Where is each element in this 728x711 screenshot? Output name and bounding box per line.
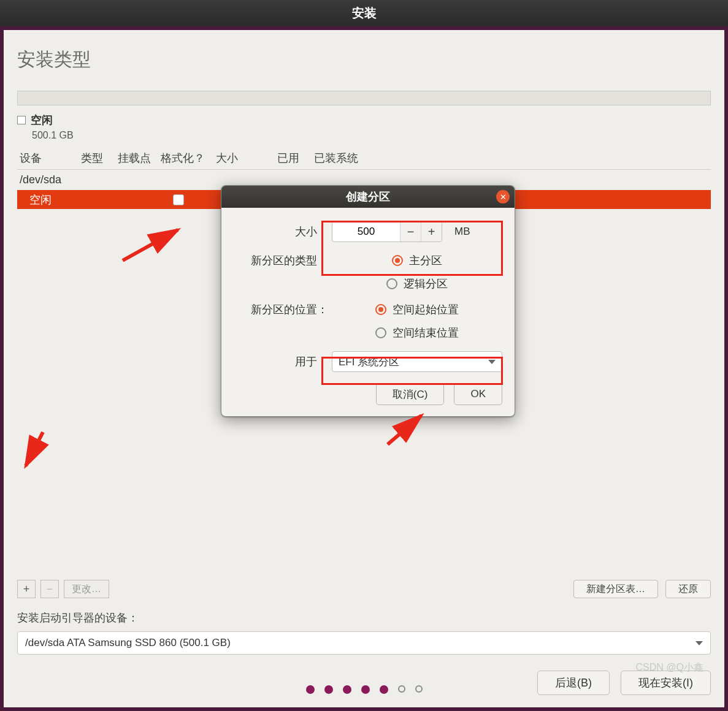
progress-dots bbox=[306, 685, 423, 694]
cell-device: /dev/sda bbox=[20, 173, 81, 186]
type-label: 新分区的类型： bbox=[234, 253, 332, 268]
size-spinner: − + bbox=[332, 221, 442, 242]
format-checkbox[interactable] bbox=[173, 194, 184, 205]
dot-2 bbox=[324, 685, 333, 694]
legend-label: 空闲 bbox=[31, 113, 53, 127]
col-device[interactable]: 设备 bbox=[20, 151, 81, 165]
legend-swatch bbox=[17, 116, 26, 124]
partition-toolbar: + − 更改… 新建分区表… 还原 bbox=[17, 580, 711, 598]
dot-7 bbox=[415, 685, 423, 693]
revert-button[interactable]: 还原 bbox=[665, 580, 711, 598]
use-label: 用于： bbox=[234, 354, 332, 369]
dot-1 bbox=[306, 685, 315, 694]
bootloader-label: 安装启动引导器的设备： bbox=[17, 610, 711, 625]
back-button[interactable]: 后退(B) bbox=[537, 671, 610, 695]
field-size: 大小： − + MB bbox=[234, 221, 502, 242]
bootloader-value: /dev/sda ATA Samsung SSD 860 (500.1 GB) bbox=[25, 637, 231, 649]
dialog-titlebar[interactable]: 创建分区 ✕ bbox=[221, 186, 515, 208]
page-title: 安装类型 bbox=[17, 47, 711, 72]
size-label: 大小： bbox=[234, 224, 332, 239]
dialog-footer: 取消(C) OK bbox=[234, 383, 502, 405]
size-unit: MB bbox=[448, 226, 477, 238]
dialog-body: 大小： − + MB 新分区的类型： 主分区 逻辑分区 bbox=[221, 208, 515, 416]
radio-end-label: 空间结束位置 bbox=[393, 325, 459, 340]
radio-primary-label: 主分区 bbox=[409, 253, 442, 268]
new-partition-table-button[interactable]: 新建分区表… bbox=[573, 580, 658, 598]
chevron-down-icon bbox=[488, 360, 496, 364]
col-used[interactable]: 已用 bbox=[277, 151, 314, 165]
field-use-as: 用于： EFI 系统分区 bbox=[234, 351, 502, 372]
legend-size: 500.1 GB bbox=[32, 130, 711, 141]
col-mount[interactable]: 挂载点 bbox=[118, 151, 161, 165]
watermark: CSDN @Q小鑫 bbox=[636, 661, 703, 674]
col-type[interactable]: 类型 bbox=[81, 151, 118, 165]
col-format[interactable]: 格式化？ bbox=[161, 151, 216, 165]
partition-table-header: 设备 类型 挂载点 格式化？ 大小 已用 已装系统 bbox=[17, 147, 711, 170]
size-increment-button[interactable]: + bbox=[421, 221, 442, 242]
radio-icon bbox=[392, 255, 403, 266]
close-icon[interactable]: ✕ bbox=[496, 190, 510, 203]
col-size[interactable]: 大小 bbox=[216, 151, 277, 165]
use-as-value: EFI 系统分区 bbox=[339, 355, 399, 369]
size-input[interactable] bbox=[332, 226, 400, 238]
size-decrement-button[interactable]: − bbox=[400, 221, 421, 242]
field-partition-type: 新分区的类型： 主分区 逻辑分区 bbox=[234, 253, 502, 291]
radio-logical[interactable]: 逻辑分区 bbox=[386, 276, 448, 291]
legend-row: 空闲 bbox=[17, 113, 711, 127]
radio-begin-label: 空间起始位置 bbox=[393, 302, 459, 317]
bootloader-select[interactable]: /dev/sda ATA Samsung SSD 860 (500.1 GB) bbox=[17, 631, 711, 655]
radio-icon bbox=[375, 327, 386, 338]
col-system[interactable]: 已装系统 bbox=[314, 151, 708, 165]
dialog-title: 创建分区 bbox=[346, 189, 390, 204]
disk-usage-bar bbox=[17, 91, 711, 105]
dot-5 bbox=[380, 685, 388, 694]
radio-logical-label: 逻辑分区 bbox=[404, 276, 448, 291]
disk-usage-fill bbox=[18, 91, 710, 105]
window-titlebar: 安装 bbox=[0, 0, 728, 26]
radio-primary[interactable]: 主分区 bbox=[392, 253, 442, 268]
field-location: 新分区的位置： 空间起始位置 空间结束位置 bbox=[234, 302, 502, 340]
radio-icon bbox=[386, 278, 397, 289]
change-partition-button[interactable]: 更改… bbox=[64, 580, 109, 598]
location-label: 新分区的位置： bbox=[234, 302, 332, 317]
dot-3 bbox=[343, 685, 351, 694]
use-as-select[interactable]: EFI 系统分区 bbox=[332, 351, 502, 372]
create-partition-dialog: 创建分区 ✕ 大小： − + MB 新分区的类型： 主分区 bbox=[221, 185, 515, 417]
cell-free-label: 空闲 bbox=[20, 192, 81, 207]
chevron-down-icon bbox=[695, 641, 703, 645]
window-title: 安装 bbox=[352, 6, 377, 20]
install-now-button[interactable]: 现在安装(I) bbox=[621, 671, 711, 695]
radio-location-begin[interactable]: 空间起始位置 bbox=[375, 302, 459, 317]
ok-button[interactable]: OK bbox=[454, 383, 502, 405]
add-partition-button[interactable]: + bbox=[17, 580, 36, 598]
remove-partition-button[interactable]: − bbox=[40, 580, 59, 598]
cancel-button[interactable]: 取消(C) bbox=[376, 383, 445, 405]
radio-icon bbox=[375, 304, 386, 315]
dot-4 bbox=[361, 685, 370, 694]
dot-6 bbox=[398, 685, 405, 693]
radio-location-end[interactable]: 空间结束位置 bbox=[375, 325, 459, 340]
